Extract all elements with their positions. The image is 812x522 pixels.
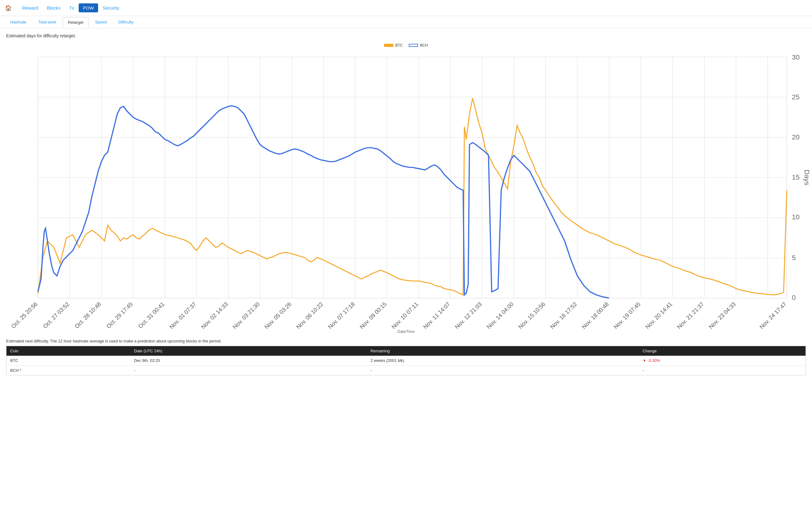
tab-difficulty[interactable]: Difficulty [113,17,139,27]
svg-text:Nov. 19 07:45: Nov. 19 07:45 [612,301,642,330]
chart-svg: 30 25 20 15 10 5 0 Days Oct. [6,51,806,317]
bch-color-swatch [409,44,418,47]
svg-text:Nov. 23 04:33: Nov. 23 04:33 [707,301,737,330]
col-header-change: Change [639,346,806,356]
table-row: BTC Dec 9th, 02:25 2 weeks (2001 blk) ▼ … [6,356,806,366]
cell-date-bch: - [130,366,367,376]
table-description: Estimated next difficulty. The 12 hour h… [6,339,806,343]
svg-text:Days: Days [803,170,811,186]
tabs-bar: Hashrate Total work Retarget Speed Diffi… [0,16,812,28]
nav-reward[interactable]: Reward [18,3,43,12]
chart-inner: 30 25 20 15 10 5 0 Days Oct. [6,51,806,317]
svg-text:Nov. 12 21:03: Nov. 12 21:03 [453,301,483,330]
svg-text:5: 5 [792,254,796,262]
tab-speed[interactable]: Speed [90,17,112,27]
x-axis-label: Date/Time [6,329,806,334]
cell-change-bch: - [639,366,806,376]
svg-text:Nov. 01 07:37: Nov. 01 07:37 [168,301,198,330]
svg-text:Nov. 21 21:37: Nov. 21 21:37 [676,301,705,330]
svg-text:Nov. 11 14:07: Nov. 11 14:07 [422,301,451,330]
legend-bch: BCH [409,43,428,47]
svg-text:15: 15 [792,174,800,181]
nav-bar: 🏠 Reward Blocks Tx POW Security [0,0,812,16]
svg-text:Nov. 09 00:15: Nov. 09 00:15 [359,301,388,330]
nav-blocks[interactable]: Blocks [43,3,65,12]
svg-text:10: 10 [792,213,800,221]
cell-date-btc: Dec 9th, 02:25 [130,356,367,366]
chart-wrapper: 30 25 20 15 10 5 0 Days Oct. [6,51,806,317]
svg-text:Nov. 18 00:48: Nov. 18 00:48 [581,301,610,330]
nav-pow[interactable]: POW [79,3,98,12]
svg-text:Nov. 16 17:52: Nov. 16 17:52 [549,301,578,330]
svg-text:30: 30 [792,53,800,61]
svg-text:Nov. 05 03:26: Nov. 05 03:26 [263,301,292,330]
nav-tx[interactable]: Tx [65,3,79,12]
chart-description: Estimated days for difficulty retarget. [6,33,806,38]
col-header-coin: Coin [6,346,130,356]
svg-text:Nov. 24 17:47: Nov. 24 17:47 [758,301,788,330]
svg-text:Oct. 29 17:45: Oct. 29 17:45 [105,301,134,329]
tab-retarget[interactable]: Retarget [63,17,88,27]
legend-btc: BTC [384,43,403,47]
svg-text:0: 0 [792,294,796,301]
svg-text:Nov. 15 10:56: Nov. 15 10:56 [517,301,546,330]
tab-hashrate[interactable]: Hashrate [5,17,32,27]
home-icon[interactable]: 🏠 [5,5,12,12]
svg-text:Oct. 27 03:52: Oct. 27 03:52 [42,301,70,329]
col-header-date: Date (UTC 24h) [130,346,367,356]
cell-remaining-bch: - [367,366,639,376]
cell-remaining-btc: 2 weeks (2001 blk) [367,356,639,366]
chart-container: BTC BCH [6,43,806,334]
change-value-btc: -3.30% [648,358,660,363]
svg-text:Nov. 06 10:22: Nov. 06 10:22 [295,301,324,330]
down-arrow-icon: ▼ [643,359,646,363]
data-table: Coin Date (UTC 24h) Remaining Change BTC… [6,346,806,376]
cell-coin-bch: BCH * [6,366,130,376]
tab-total-work[interactable]: Total work [33,17,62,27]
svg-text:Oct. 28 10:48: Oct. 28 10:48 [74,301,102,329]
svg-text:Nov. 14 04:00: Nov. 14 04:00 [485,301,514,330]
change-negative-btc: ▼ -3.30% [643,358,802,363]
svg-text:25: 25 [792,93,800,101]
btc-color-swatch [384,44,393,47]
svg-text:20: 20 [792,133,800,141]
svg-text:Nov. 10 07:11: Nov. 10 07:11 [390,301,420,330]
table-row: BCH * - - - [6,366,806,376]
cell-change-btc: ▼ -3.30% [639,356,806,366]
svg-text:Oct. 31 00:41: Oct. 31 00:41 [137,301,166,329]
btc-legend-label: BTC [395,43,403,47]
svg-text:Nov. 02 14:33: Nov. 02 14:33 [200,301,229,330]
bch-legend-label: BCH [420,43,428,47]
svg-text:Nov. 07 17:18: Nov. 07 17:18 [327,301,356,330]
col-header-remaining: Remaining [367,346,639,356]
main-content: Estimated days for difficulty retarget. … [0,28,812,380]
nav-security[interactable]: Security [98,3,123,12]
svg-text:Oct. 25 20:56: Oct. 25 20:56 [10,301,39,329]
chart-legend: BTC BCH [6,43,806,47]
svg-text:Nov. 03 21:30: Nov. 03 21:30 [231,301,261,330]
cell-coin-btc: BTC [6,356,130,366]
svg-text:Nov. 20 14:41: Nov. 20 14:41 [644,301,673,330]
